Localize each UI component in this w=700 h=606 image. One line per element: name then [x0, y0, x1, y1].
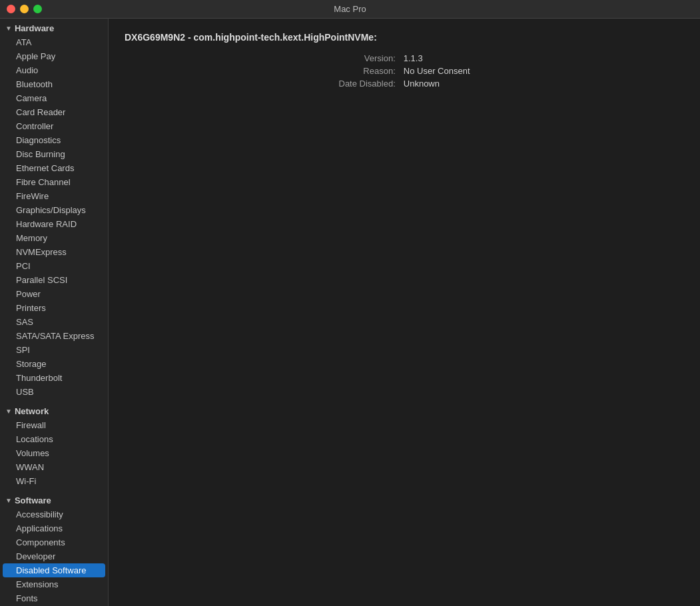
- sidebar-item-wwan[interactable]: WWAN: [0, 460, 108, 474]
- sidebar-item-controller[interactable]: Controller: [0, 119, 108, 133]
- sidebar-item-hardware-raid[interactable]: Hardware RAID: [0, 217, 108, 231]
- network-label: Network: [15, 406, 49, 416]
- traffic-lights[interactable]: [7, 5, 42, 13]
- hardware-section: ▼ Hardware ATA Apple Pay Audio Bluetooth…: [0, 19, 108, 402]
- software-label: Software: [15, 495, 51, 505]
- date-disabled-label: Date Disabled:: [125, 79, 396, 89]
- reason-label: Reason:: [125, 66, 396, 76]
- close-button[interactable]: [7, 5, 15, 13]
- sidebar-item-graphics-displays[interactable]: Graphics/Displays: [0, 203, 108, 217]
- network-group[interactable]: ▼ Network: [0, 404, 108, 418]
- sidebar-item-disabled-software[interactable]: Disabled Software: [3, 563, 105, 577]
- hardware-label: Hardware: [15, 23, 54, 33]
- sidebar-item-fibre-channel[interactable]: Fibre Channel: [0, 175, 108, 189]
- sidebar-item-volumes[interactable]: Volumes: [0, 446, 108, 460]
- content-area: DX6G69M9N2 - com.highpoint-tech.kext.Hig…: [109, 19, 700, 606]
- sidebar-item-accessibility[interactable]: Accessibility: [0, 507, 108, 521]
- sidebar-item-components[interactable]: Components: [0, 535, 108, 549]
- hardware-triangle: ▼: [5, 25, 12, 32]
- software-section: ▼ Software Accessibility Applications Co…: [0, 491, 108, 606]
- sidebar-item-camera[interactable]: Camera: [0, 91, 108, 105]
- sidebar-item-card-reader[interactable]: Card Reader: [0, 105, 108, 119]
- software-triangle: ▼: [5, 497, 12, 504]
- sidebar-item-thunderbolt[interactable]: Thunderbolt: [0, 371, 108, 385]
- title-bar: Mac Pro: [0, 0, 700, 19]
- sidebar-item-power[interactable]: Power: [0, 287, 108, 301]
- sidebar-item-printers[interactable]: Printers: [0, 301, 108, 315]
- maximize-button[interactable]: [33, 5, 42, 13]
- sidebar-item-spi[interactable]: SPI: [0, 343, 108, 357]
- sidebar-item-firewall[interactable]: Firewall: [0, 418, 108, 432]
- sidebar-item-diagnostics[interactable]: Diagnostics: [0, 133, 108, 147]
- content-title: DX6G69M9N2 - com.highpoint-tech.kext.Hig…: [125, 32, 684, 43]
- sidebar-item-storage[interactable]: Storage: [0, 357, 108, 371]
- date-disabled-value: Unknown: [404, 79, 684, 89]
- sidebar: ▼ Hardware ATA Apple Pay Audio Bluetooth…: [0, 19, 109, 606]
- sidebar-item-memory[interactable]: Memory: [0, 231, 108, 245]
- sidebar-item-locations[interactable]: Locations: [0, 432, 108, 446]
- window-title: Mac Pro: [334, 4, 366, 14]
- detail-table: Version: 1.1.3 Reason: No User Consent D…: [125, 53, 684, 89]
- sidebar-item-ethernet-cards[interactable]: Ethernet Cards: [0, 161, 108, 175]
- network-section: ▼ Network Firewall Locations Volumes WWA…: [0, 402, 108, 491]
- sidebar-item-usb[interactable]: USB: [0, 385, 108, 399]
- software-group[interactable]: ▼ Software: [0, 493, 108, 507]
- main-layout: ▼ Hardware ATA Apple Pay Audio Bluetooth…: [0, 19, 700, 606]
- sidebar-item-fonts[interactable]: Fonts: [0, 591, 108, 605]
- sidebar-item-sas[interactable]: SAS: [0, 315, 108, 329]
- reason-value: No User Consent: [404, 66, 684, 76]
- sidebar-item-applications[interactable]: Applications: [0, 521, 108, 535]
- sidebar-item-sata[interactable]: SATA/SATA Express: [0, 329, 108, 343]
- sidebar-item-extensions[interactable]: Extensions: [0, 577, 108, 591]
- sidebar-item-bluetooth[interactable]: Bluetooth: [0, 77, 108, 91]
- sidebar-item-apple-pay[interactable]: Apple Pay: [0, 49, 108, 63]
- sidebar-item-wifi[interactable]: Wi-Fi: [0, 474, 108, 488]
- hardware-group[interactable]: ▼ Hardware: [0, 21, 108, 35]
- sidebar-item-pci[interactable]: PCI: [0, 259, 108, 273]
- sidebar-item-disc-burning[interactable]: Disc Burning: [0, 147, 108, 161]
- minimize-button[interactable]: [20, 5, 29, 13]
- version-value: 1.1.3: [404, 53, 684, 63]
- sidebar-item-developer[interactable]: Developer: [0, 549, 108, 563]
- version-label: Version:: [125, 53, 396, 63]
- sidebar-item-ata[interactable]: ATA: [0, 35, 108, 49]
- sidebar-item-audio[interactable]: Audio: [0, 63, 108, 77]
- sidebar-item-firewire[interactable]: FireWire: [0, 189, 108, 203]
- sidebar-item-parallel-scsi[interactable]: Parallel SCSI: [0, 273, 108, 287]
- network-triangle: ▼: [5, 408, 12, 415]
- sidebar-item-nvmexpress[interactable]: NVMExpress: [0, 245, 108, 259]
